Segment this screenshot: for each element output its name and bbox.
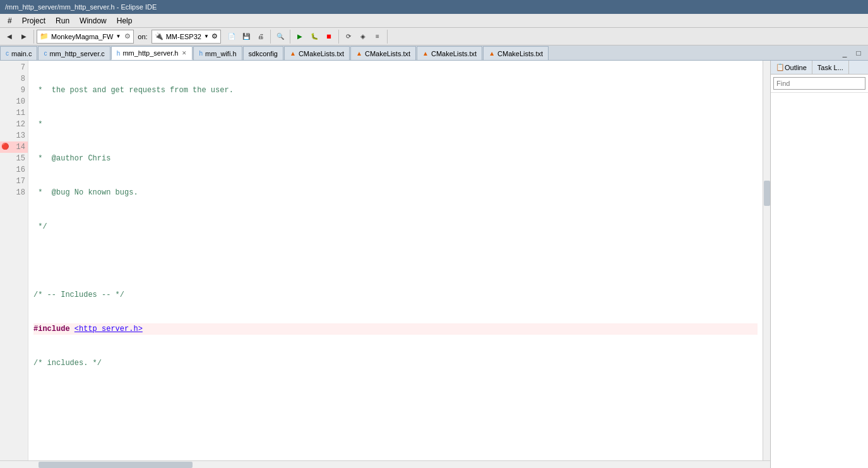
stop-button[interactable]: ⏹ (322, 30, 336, 44)
right-panel: 📋 Outline Task L... (770, 61, 868, 468)
code-line-8: * (33, 119, 758, 130)
tab-icon-cmakelists3: ▲ (422, 50, 429, 57)
toolbar-btn-1[interactable]: ⟳ (342, 30, 355, 44)
code-line-7: * the post and get requests from the use… (33, 85, 758, 96)
minimize-editor-button[interactable]: _ (838, 46, 852, 60)
maximize-editor-button[interactable]: □ (852, 46, 865, 60)
tab-label-cmakelists3: CMakeLists.txt (431, 50, 477, 57)
code-editor[interactable]: * the post and get requests from the use… (28, 61, 763, 460)
toolbar-group-nav: ◀ ▶ (3, 30, 34, 44)
line-num-17: 17 (0, 176, 28, 187)
editor-scrollbar-h[interactable] (0, 460, 770, 468)
menu-item-hash[interactable]: # (3, 15, 17, 27)
tab-outline[interactable]: 📋 Outline (771, 61, 812, 74)
tab-icon-mm-wifi-h: h (199, 50, 203, 57)
back-button[interactable]: ◀ (3, 30, 16, 44)
menu-item-run[interactable]: Run (51, 15, 74, 27)
code-line-16 (33, 392, 758, 403)
device-settings-icon[interactable]: ⚙ (211, 32, 218, 40)
tab-label-mm-http-server-c: mm_http_server.c (49, 50, 104, 57)
tab-label-main-c: main.c (11, 50, 32, 57)
code-line-17 (33, 426, 758, 437)
new-button[interactable]: 📄 (225, 30, 239, 44)
debug-button[interactable]: 🐛 (307, 30, 321, 44)
line-num-15: 15 (0, 153, 28, 164)
device-icon: 🔌 (155, 32, 163, 40)
line-num-10: 10 (0, 96, 28, 107)
find-bar (771, 75, 868, 93)
device-name: MM-ESP32 (166, 33, 201, 40)
line-num-12: 12 (0, 119, 28, 130)
settings-icon[interactable]: ⚙ (124, 32, 131, 40)
project-name: MonkeyMagma_FW (51, 33, 113, 40)
code-line-13: /* -- Includes -- */ (33, 289, 758, 301)
title-text: /mm_http_server/mm_http_server.h - Eclip… (5, 3, 157, 11)
line-num-14: 🔴 14 (0, 141, 28, 153)
code-line-9: * @author Chris (33, 153, 758, 164)
code-line-10: * @bug No known bugs. (33, 187, 758, 198)
tab-bar-controls: _ □ (835, 46, 868, 60)
tab-cmakelists4[interactable]: ▲ CMakeLists.txt (483, 46, 549, 60)
code-line-14: #include <http_server.h> (33, 323, 758, 335)
code-line-15: /* includes. */ (33, 357, 758, 369)
line-num-9: 9 (0, 85, 28, 96)
editor-scrollbar-thumb[interactable] (764, 181, 770, 206)
code-line-12 (33, 255, 758, 267)
find-input[interactable] (773, 77, 865, 90)
menu-item-window[interactable]: Window (74, 15, 112, 27)
tab-close-mm-http-server-h[interactable]: ✕ (182, 50, 187, 56)
toolbar-btn-2[interactable]: ◈ (356, 30, 370, 44)
editor-scrollbar-h-thumb[interactable] (39, 462, 193, 468)
outline-label: Outline (785, 64, 807, 71)
tab-sdkconfig[interactable]: sdkconfig (243, 46, 283, 60)
line-num-8: 8 (0, 73, 28, 85)
device-selector[interactable]: 🔌 MM-ESP32 ▼ ⚙ (152, 30, 221, 44)
line-num-7: 7 (0, 62, 28, 73)
tab-main-c[interactable]: c main.c (0, 46, 37, 60)
menu-bar: # Project Run Window Help (0, 14, 868, 28)
editor-content: 7 8 9 10 11 12 13 🔴 14 15 16 17 18 * the… (0, 61, 770, 460)
run-button[interactable]: ▶ (293, 30, 307, 44)
project-icon: 📁 (40, 32, 49, 40)
project-dropdown-arrow: ▼ (116, 33, 121, 39)
toolbar-btn-3[interactable]: ≡ (371, 30, 384, 44)
task-label: Task L... (817, 64, 843, 71)
line-num-11: 11 (0, 107, 28, 119)
on-label: on: (138, 33, 147, 40)
tab-mm-http-server-c[interactable]: c mm_http_server.c (38, 46, 110, 60)
editor-area: 7 8 9 10 11 12 13 🔴 14 15 16 17 18 * the… (0, 61, 770, 468)
print-button[interactable]: 🖨 (254, 30, 268, 44)
save-button[interactable]: 💾 (239, 30, 253, 44)
tab-label-cmakelists2: CMakeLists.txt (365, 50, 410, 57)
tab-label-sdkconfig: sdkconfig (249, 50, 278, 57)
title-bar: /mm_http_server/mm_http_server.h - Eclip… (0, 0, 868, 14)
search-button[interactable]: 🔍 (273, 30, 287, 44)
tab-icon-cmakelists2: ▲ (356, 50, 362, 57)
tab-icon-cmakelists1: ▲ (290, 50, 296, 57)
tab-cmakelists3[interactable]: ▲ CMakeLists.txt (417, 46, 482, 60)
tab-cmakelists2[interactable]: ▲ CMakeLists.txt (350, 46, 416, 60)
tab-icon-cmakelists4: ▲ (489, 50, 495, 57)
tab-mm-wifi-h[interactable]: h mm_wifi.h (193, 46, 242, 60)
forward-button[interactable]: ▶ (17, 30, 31, 44)
outline-icon: 📋 (776, 63, 785, 71)
tab-cmakelists1[interactable]: ▲ CMakeLists.txt (284, 46, 350, 60)
menu-item-help[interactable]: Help (112, 15, 138, 27)
toolbar-group-run: ▶ 🐛 ⏹ (293, 30, 339, 44)
device-dropdown-arrow: ▼ (204, 33, 209, 39)
line-num-13: 13 (0, 130, 28, 141)
outline-content (771, 93, 868, 468)
tab-label-cmakelists1: CMakeLists.txt (299, 50, 344, 57)
menu-item-project[interactable]: Project (17, 15, 51, 27)
tab-label-cmakelists4: CMakeLists.txt (497, 50, 543, 57)
line-num-18: 18 (0, 187, 28, 198)
toolbar-group-misc: ⟳ ◈ ≡ (342, 30, 388, 44)
tab-label-mm-http-server-h: mm_http_server.h (122, 49, 178, 57)
editor-scrollbar-v[interactable] (763, 61, 770, 460)
tab-mm-http-server-h[interactable]: h mm_http_server.h ✕ (111, 46, 193, 60)
project-selector[interactable]: 📁 MonkeyMagma_FW ▼ ⚙ (37, 30, 134, 44)
tab-icon-mm-http-server-h: h (117, 50, 121, 57)
error-marker-14: 🔴 (1, 141, 9, 153)
tab-task-list[interactable]: Task L... (812, 61, 849, 74)
main-layout: 7 8 9 10 11 12 13 🔴 14 15 16 17 18 * the… (0, 61, 868, 468)
